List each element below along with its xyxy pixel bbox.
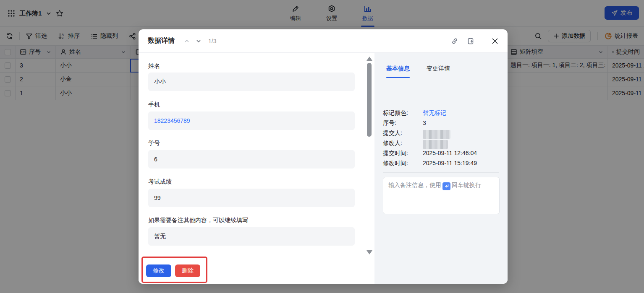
field-label: 学号: [148, 140, 160, 147]
comment-input[interactable]: 输入备注信息，使用回车键换行: [383, 177, 500, 214]
field-label: 如果需要备注其他内容，可以继续填写: [148, 217, 248, 224]
field-value-name[interactable]: 小小: [148, 73, 355, 91]
field-value-phone[interactable]: 18223456789: [148, 111, 355, 130]
next-record-icon[interactable]: [196, 38, 202, 44]
redacted-submitter: [423, 130, 450, 139]
data-detail-modal: 数据详情 1/3 姓名 小小 手机 1822345: [139, 29, 508, 284]
side-tabs: 基本信息 变更详情: [374, 53, 508, 77]
info-row-modify-time: 修改时间: 2025-09-11 15:19:49: [383, 160, 502, 170]
scroll-up-arrow[interactable]: [367, 57, 372, 61]
modal-header: 数据详情 1/3: [139, 29, 508, 53]
field-value-remark[interactable]: 暂无: [148, 227, 355, 246]
side-divider: [383, 172, 499, 173]
info-row-mark-color: 标记颜色: 暂无标记: [383, 109, 502, 119]
info-row-submitter: 提交人:: [383, 130, 502, 140]
modal-footer: 修改 删除: [139, 257, 374, 284]
form-scrollbar[interactable]: [365, 53, 374, 284]
tab-change-detail[interactable]: 变更详情: [427, 65, 450, 73]
field-label: 姓名: [148, 62, 160, 70]
redacted-modifier: [423, 140, 448, 149]
field-value-student-id[interactable]: 6: [148, 150, 355, 169]
enter-key-icon: [442, 182, 450, 190]
info-row-num: 序号: 3: [383, 119, 502, 130]
field-value-score[interactable]: 99: [148, 189, 355, 207]
record-form: 姓名 小小 手机 18223456789 学号 6 考试成绩 99 如果需要备注…: [139, 53, 365, 284]
prev-record-icon[interactable]: [184, 38, 190, 44]
tab-basic-info[interactable]: 基本信息: [386, 65, 410, 73]
record-side-panel: 基本信息 变更详情 标记颜色: 暂无标记 序号: 3 提交人: 修改人: 提交时…: [374, 53, 508, 284]
no-mark-link[interactable]: 暂无标记: [423, 109, 446, 117]
copy-record-icon[interactable]: [467, 37, 474, 45]
close-icon[interactable]: [492, 38, 498, 44]
field-label: 考试成绩: [148, 178, 172, 186]
phone-link[interactable]: 18223456789: [154, 117, 190, 124]
edit-button[interactable]: 修改: [146, 264, 171, 277]
delete-button[interactable]: 删除: [175, 264, 200, 277]
scroll-down-arrow[interactable]: [367, 250, 372, 254]
field-label: 手机: [148, 101, 160, 109]
scrollbar-thumb[interactable]: [367, 63, 372, 137]
copy-link-icon[interactable]: [451, 37, 458, 45]
modal-title: 数据详情: [148, 36, 175, 45]
record-pager: 1/3: [208, 38, 216, 44]
info-row-submit-time: 提交时间: 2025-09-11 12:46:04: [383, 150, 502, 160]
info-row-modifier: 修改人:: [383, 140, 502, 150]
